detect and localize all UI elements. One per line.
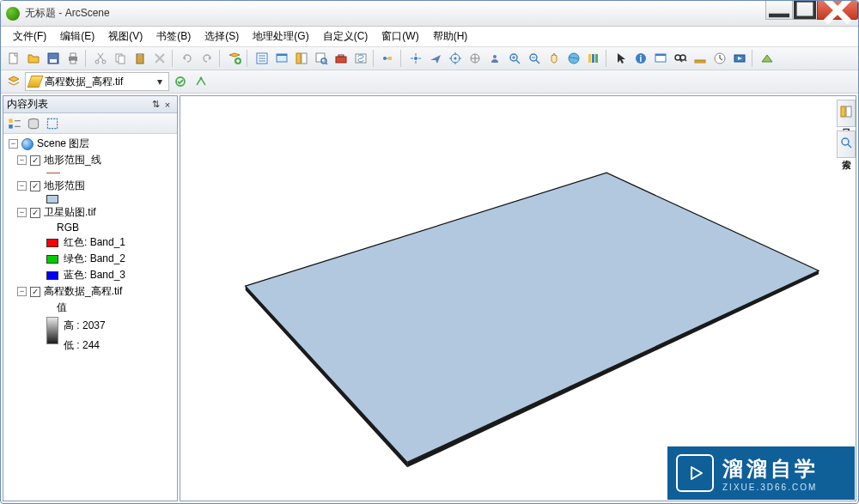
menu-edit[interactable]: 编辑(E) <box>53 27 101 46</box>
new-icon[interactable] <box>4 49 23 68</box>
watermark-badge: 溜溜自学 ZIXUE.3D66.COM <box>667 446 855 500</box>
paste-icon[interactable] <box>131 49 149 68</box>
select-icon[interactable] <box>612 49 631 68</box>
svg-line-33 <box>326 63 327 64</box>
pin-icon[interactable]: ⇅ <box>149 99 161 111</box>
tree-sat-band-g[interactable]: 绿色: Band_2 <box>5 251 175 267</box>
georef-update-icon[interactable] <box>171 72 190 91</box>
checkbox-checked-icon[interactable]: ✓ <box>30 208 40 218</box>
checkbox-checked-icon[interactable]: ✓ <box>30 181 40 191</box>
menu-help[interactable]: 帮助(H) <box>426 27 475 46</box>
find-icon[interactable] <box>671 49 690 68</box>
menu-select[interactable]: 选择(S) <box>198 27 246 46</box>
tree-sym-poly[interactable] <box>5 194 175 204</box>
save-icon[interactable] <box>44 49 63 68</box>
navigate-icon[interactable] <box>406 49 425 68</box>
refresh-icon[interactable] <box>584 49 603 68</box>
center-icon[interactable] <box>446 49 465 68</box>
dem-low-label: 低 : 244 <box>64 338 106 353</box>
tree-sat-band-b[interactable]: 蓝色: Band_3 <box>5 267 175 283</box>
zoom-in-icon[interactable] <box>505 49 524 68</box>
delete-icon[interactable] <box>150 49 169 68</box>
scene-viewport[interactable] <box>180 95 856 501</box>
observer-icon[interactable] <box>485 49 504 68</box>
georef-icon[interactable] <box>758 49 777 68</box>
toc-header[interactable]: 内容列表 ⇅ × <box>3 96 177 113</box>
add-data-icon[interactable] <box>225 49 244 68</box>
menu-file[interactable]: 文件(F) <box>6 27 53 46</box>
tree-layer-sat[interactable]: − ✓ 卫星贴图.tif <box>5 204 175 221</box>
html-popup-icon[interactable] <box>651 49 670 68</box>
animation-icon[interactable] <box>730 49 749 68</box>
minimize-button[interactable] <box>765 1 793 20</box>
target-icon[interactable] <box>466 49 484 68</box>
menu-customize[interactable]: 自定义(C) <box>316 27 375 46</box>
modelbuilder-icon[interactable] <box>379 49 398 68</box>
menu-geoprocessing[interactable]: 地理处理(G) <box>246 27 315 46</box>
list-by-drawing-order-icon[interactable] <box>7 116 22 131</box>
svg-rect-28 <box>277 54 287 56</box>
layer-dropdown[interactable]: 高程数据_高程.tif ▾ <box>25 72 169 91</box>
pan-icon[interactable] <box>545 49 564 68</box>
menu-window[interactable]: 窗口(W) <box>375 27 425 46</box>
viewer-icon[interactable] <box>272 49 291 68</box>
menu-bookmark[interactable]: 书签(B) <box>149 27 198 46</box>
cut-icon[interactable] <box>91 49 110 68</box>
tree-layer-line[interactable]: − ✓ 地形范围_线 <box>5 152 175 168</box>
close-icon[interactable]: × <box>161 99 174 111</box>
identify-icon[interactable]: i <box>631 49 650 68</box>
collapse-icon[interactable]: − <box>17 155 27 165</box>
time-icon[interactable] <box>710 49 729 68</box>
dock-tab-search[interactable]: 搜索 <box>837 131 856 158</box>
list-by-selection-icon[interactable] <box>45 116 60 131</box>
maximize-button[interactable] <box>792 1 818 20</box>
undo-icon[interactable] <box>178 49 197 68</box>
georef-rectify-icon[interactable] <box>192 72 210 91</box>
svg-marker-92 <box>246 173 819 462</box>
copy-icon[interactable] <box>111 49 130 68</box>
menubar: 文件(F) 编辑(E) 视图(V) 书签(B) 选择(S) 地理处理(G) 自定… <box>1 27 858 47</box>
tree-layer-poly[interactable]: − ✓ 地形范围 <box>5 178 175 194</box>
tree-sym-line[interactable] <box>5 168 175 178</box>
menu-view[interactable]: 视图(V) <box>101 27 149 46</box>
python-icon[interactable] <box>351 49 370 68</box>
badge-url: ZIXUE.3D66.COM <box>722 483 819 492</box>
redo-icon[interactable] <box>198 49 216 68</box>
toc-panel: 内容列表 ⇅ × − Scene 图层 − ✓ 地形范围_线 <box>3 95 178 501</box>
checkbox-checked-icon[interactable]: ✓ <box>30 155 40 166</box>
fill-symbol-icon <box>46 195 58 203</box>
list-by-source-icon[interactable] <box>26 116 41 131</box>
svg-rect-6 <box>50 59 57 63</box>
fly-icon[interactable] <box>426 49 445 68</box>
full-extent-icon[interactable] <box>564 49 583 68</box>
open-icon[interactable] <box>24 49 43 68</box>
tree-sat-band-r[interactable]: 红色: Band_1 <box>5 234 175 251</box>
search-icon[interactable] <box>312 49 331 68</box>
toolbox-icon[interactable] <box>332 49 350 68</box>
zoom-out-icon[interactable] <box>525 49 544 68</box>
collapse-icon[interactable]: − <box>17 287 27 296</box>
toc-title: 内容列表 <box>7 97 149 112</box>
svg-rect-9 <box>70 60 76 64</box>
layer-icon[interactable] <box>4 72 23 91</box>
tree-root[interactable]: − Scene 图层 <box>5 136 175 152</box>
tree-dem-value: 值 <box>5 300 175 316</box>
blue-swatch-icon <box>46 271 58 280</box>
measure-icon[interactable] <box>691 49 710 68</box>
search-tab-icon <box>840 137 852 149</box>
toolbar-main: i <box>1 47 858 70</box>
tree-layer-dem[interactable]: − ✓ 高程数据_高程.tif <box>5 283 175 300</box>
checkbox-checked-icon[interactable]: ✓ <box>30 287 40 297</box>
svg-line-56 <box>516 60 520 64</box>
catalog-icon[interactable] <box>292 49 311 68</box>
app-icon <box>6 7 20 21</box>
tree-root-label: Scene 图层 <box>37 137 89 151</box>
print-icon[interactable] <box>64 49 82 68</box>
close-button[interactable] <box>817 1 858 20</box>
toc-icon[interactable] <box>253 49 271 68</box>
collapse-icon[interactable]: − <box>17 208 27 217</box>
toc-tree[interactable]: − Scene 图层 − ✓ 地形范围_线 − ✓ 地形范围 <box>3 134 177 501</box>
collapse-icon[interactable]: − <box>17 181 27 191</box>
dock-tab-catalog[interactable]: 目录 <box>837 100 856 127</box>
collapse-icon[interactable]: − <box>9 139 18 149</box>
